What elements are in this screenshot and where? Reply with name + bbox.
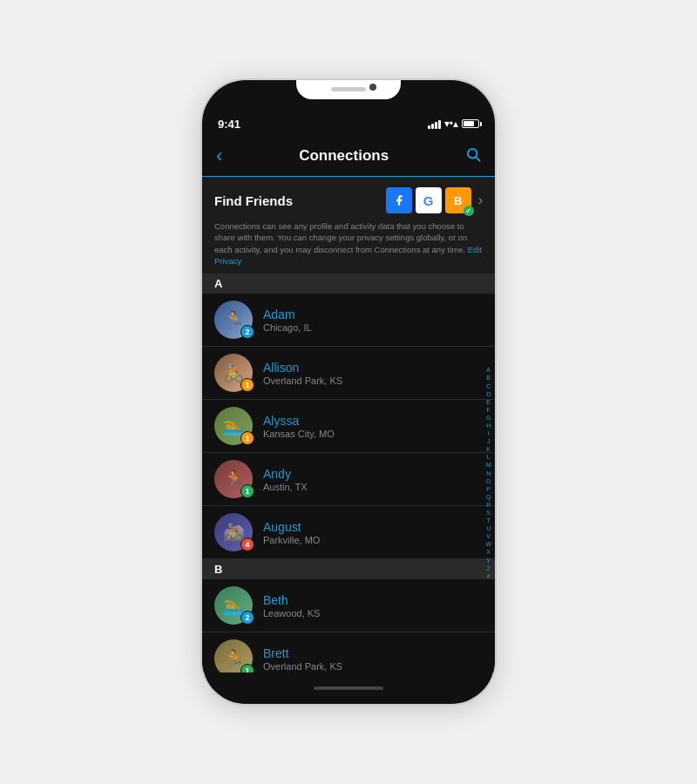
avatar: 🏊 1 bbox=[214, 407, 253, 445]
facebook-icon[interactable] bbox=[386, 187, 412, 213]
contact-row[interactable]: 🏃 2 Adam Chicago, IL bbox=[202, 294, 495, 347]
alpha-letter-l[interactable]: L bbox=[485, 453, 492, 461]
phone-bottom bbox=[202, 672, 495, 704]
connected-checkmark: ✓ bbox=[464, 206, 474, 216]
avatar: 🚵 4 bbox=[214, 513, 253, 551]
activity-badge: 1 bbox=[240, 378, 254, 392]
contact-info: Brett Overland Park, KS bbox=[263, 646, 483, 672]
phone-top-bar bbox=[202, 80, 495, 112]
contact-location: Chicago, IL bbox=[263, 322, 483, 333]
alpha-letter-y[interactable]: Y bbox=[484, 557, 492, 564]
privacy-description: Connections can see any profile and acti… bbox=[214, 220, 483, 267]
contact-location: Kansas City, MO bbox=[263, 429, 483, 439]
contact-row[interactable]: 🏃 1 Andy Austin, TX bbox=[202, 453, 495, 506]
svg-line-1 bbox=[476, 157, 479, 160]
alpha-letter-w[interactable]: W bbox=[484, 540, 493, 548]
alpha-letter-i[interactable]: I bbox=[486, 429, 491, 437]
alpha-letter-b[interactable]: B bbox=[484, 374, 492, 382]
contact-location: Leawood, KS bbox=[263, 608, 483, 618]
contact-location: Parkville, MO bbox=[263, 535, 483, 545]
contact-row[interactable]: 🏊 1 Alyssa Kansas City, MO bbox=[202, 400, 495, 453]
alpha-letter-d[interactable]: D bbox=[484, 390, 492, 398]
notch bbox=[296, 80, 401, 99]
alpha-letter-f[interactable]: F bbox=[485, 406, 492, 414]
back-button[interactable]: ‹ bbox=[216, 145, 222, 167]
status-bar: 9:41 ▾•▴ bbox=[202, 112, 495, 136]
phone-frame: 9:41 ▾•▴ ‹ Connections bbox=[200, 78, 497, 706]
find-friends-chevron[interactable]: › bbox=[478, 193, 483, 208]
alphabet-index[interactable]: ABCDEFGHIJKLMNOPQRSTUVWXYZ# bbox=[484, 274, 493, 672]
status-time: 9:41 bbox=[218, 118, 240, 131]
wifi-icon: ▾•▴ bbox=[444, 118, 458, 130]
alpha-letter-n[interactable]: N bbox=[484, 470, 492, 477]
alpha-letter-o[interactable]: O bbox=[484, 477, 492, 485]
contact-location: Austin, TX bbox=[263, 482, 483, 492]
contact-info: Andy Austin, TX bbox=[263, 467, 483, 492]
avatar: 🏊 2 bbox=[214, 586, 253, 625]
notch-camera bbox=[369, 84, 376, 91]
alpha-letter-e[interactable]: E bbox=[484, 398, 492, 406]
alpha-letter-u[interactable]: U bbox=[484, 524, 492, 532]
activity-badge: 2 bbox=[240, 611, 254, 625]
signal-icon bbox=[428, 118, 441, 129]
alpha-letter-q[interactable]: Q bbox=[484, 493, 492, 501]
alpha-letter-j[interactable]: J bbox=[485, 437, 492, 445]
contact-location: Overland Park, KS bbox=[263, 375, 483, 386]
avatar: 🏃 1 bbox=[214, 639, 253, 672]
beacon-icon[interactable]: B ✓ bbox=[445, 187, 471, 213]
alpha-letter-g[interactable]: G bbox=[484, 414, 492, 422]
screen: ‹ Connections Find Friends bbox=[202, 136, 495, 672]
notch-speaker bbox=[331, 87, 366, 91]
activity-badge: 4 bbox=[240, 537, 254, 551]
alpha-letter-#[interactable]: # bbox=[485, 572, 492, 580]
activity-badge: 1 bbox=[240, 431, 254, 445]
contact-name: Adam bbox=[263, 308, 483, 321]
alpha-letter-m[interactable]: M bbox=[484, 461, 493, 469]
contact-name: August bbox=[263, 520, 483, 534]
alpha-letter-v[interactable]: V bbox=[484, 532, 492, 540]
contact-info: August Parkville, MO bbox=[263, 520, 483, 545]
section-header-b: B bbox=[202, 559, 495, 579]
section-header-a: A bbox=[202, 274, 495, 294]
alpha-letter-r[interactable]: R bbox=[484, 501, 492, 509]
alpha-letter-p[interactable]: P bbox=[484, 485, 492, 493]
contact-location: Overland Park, KS bbox=[263, 661, 483, 672]
activity-badge: 2 bbox=[240, 325, 254, 339]
contact-name: Allison bbox=[263, 361, 483, 375]
battery-icon bbox=[462, 119, 479, 128]
contact-info: Alyssa Kansas City, MO bbox=[263, 414, 483, 439]
find-friends-banner: Find Friends G B ✓ › Connection bbox=[202, 177, 495, 274]
contact-name: Alyssa bbox=[263, 414, 483, 428]
contact-name: Beth bbox=[263, 593, 483, 607]
activity-badge: 1 bbox=[240, 484, 254, 498]
alpha-letter-c[interactable]: C bbox=[484, 382, 492, 390]
search-button[interactable] bbox=[465, 146, 481, 166]
avatar: 🏃 2 bbox=[214, 301, 253, 339]
status-icons: ▾•▴ bbox=[428, 118, 479, 130]
contact-info: Beth Leawood, KS bbox=[263, 593, 483, 618]
page-title: Connections bbox=[299, 147, 389, 165]
contact-name: Brett bbox=[263, 646, 483, 660]
contact-row[interactable]: 🚵 4 August Parkville, MO bbox=[202, 506, 495, 559]
contact-name: Andy bbox=[263, 467, 483, 481]
activity-badge: 1 bbox=[240, 664, 254, 672]
contacts-list[interactable]: A 🏃 2 Adam Chicago, IL 🚴 bbox=[202, 274, 495, 672]
home-indicator bbox=[314, 686, 383, 690]
contact-row[interactable]: 🏃 1 Brett Overland Park, KS bbox=[202, 632, 495, 672]
alpha-letter-a[interactable]: A bbox=[484, 366, 492, 374]
alpha-letter-s[interactable]: S bbox=[484, 509, 492, 517]
google-icon[interactable]: G bbox=[416, 187, 442, 213]
social-icons-row: G B ✓ › bbox=[386, 187, 483, 213]
avatar: 🚴 1 bbox=[214, 354, 253, 392]
contact-row[interactable]: 🏊 2 Beth Leawood, KS bbox=[202, 579, 495, 632]
avatar: 🏃 1 bbox=[214, 460, 253, 498]
alpha-letter-z[interactable]: Z bbox=[485, 564, 492, 572]
alpha-letter-k[interactable]: K bbox=[484, 445, 492, 453]
contact-row[interactable]: 🚴 1 Allison Overland Park, KS bbox=[202, 347, 495, 400]
alpha-letter-h[interactable]: H bbox=[484, 422, 492, 429]
contact-info: Allison Overland Park, KS bbox=[263, 361, 483, 386]
find-friends-row: Find Friends G B ✓ › bbox=[214, 187, 483, 213]
alpha-letter-t[interactable]: T bbox=[485, 517, 492, 524]
alpha-letter-x[interactable]: X bbox=[484, 548, 492, 556]
find-friends-label: Find Friends bbox=[214, 193, 293, 208]
